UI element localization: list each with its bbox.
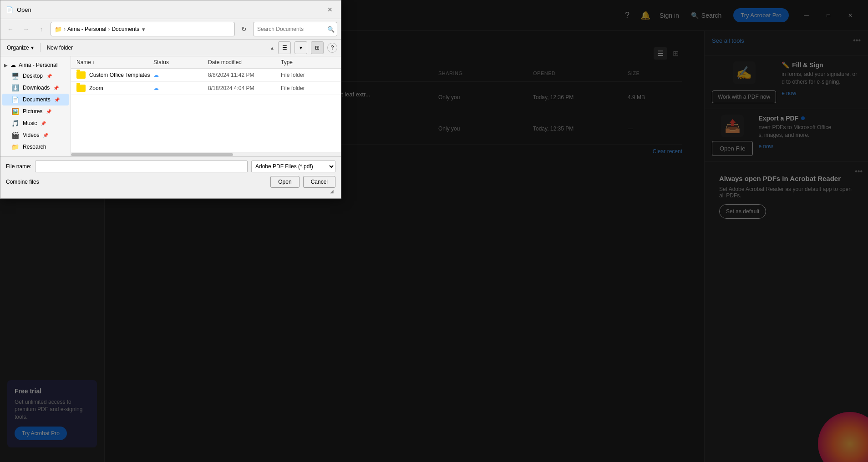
item1-type: File folder [281, 72, 335, 78]
horizontal-scrollbar[interactable] [71, 152, 341, 156]
dialog-title-icon: 📄 [6, 6, 13, 13]
forward-button[interactable]: → [20, 23, 32, 35]
list-view-toggle[interactable]: ☰ [278, 41, 291, 54]
dialog-title: 📄 Open [6, 6, 31, 13]
filetype-select[interactable]: Adobe PDF Files (*.pdf) All Files (*.*) [251, 161, 335, 172]
research-icon: 📁 [11, 143, 19, 151]
date-col-header[interactable]: Date modified [208, 59, 281, 65]
combine-files-label[interactable]: Combine files [6, 179, 267, 185]
type-col-header[interactable]: Type [281, 59, 335, 65]
toolbar-separator [40, 43, 41, 52]
sidebar-item-desktop[interactable]: 🖥️ Desktop 📌 [2, 70, 69, 82]
dialog-toolbar: Organize ▾ New folder ▲ ☰ ▾ ⊞ ? [0, 40, 341, 56]
name-col-header[interactable]: Name [76, 59, 153, 65]
pin-icon-downloads: 📌 [53, 85, 59, 90]
pin-icon-desktop: 📌 [46, 74, 52, 79]
filename-input[interactable] [35, 161, 248, 172]
sidebar-item-documents[interactable]: 📄 Documents 📌 [2, 94, 69, 105]
search-icon: 🔍 [327, 26, 335, 33]
documents-icon: 📄 [11, 96, 19, 103]
folder-icon-2 [76, 85, 86, 92]
pin-icon-videos: 📌 [43, 133, 48, 138]
folder-icon-1 [76, 71, 86, 79]
sidebar-item-music[interactable]: 🎵 Music 📌 [2, 117, 69, 129]
up-button[interactable]: ↑ [35, 23, 48, 35]
breadcrumb-bar: 📁 › Aima - Personal › Documents ▾ [51, 22, 235, 36]
cloud-icon-1: ☁ [153, 72, 159, 78]
item2-name: Zoom [76, 85, 153, 92]
sidebar-item-pictures[interactable]: 🖼️ Pictures 📌 [2, 105, 69, 117]
pin-icon-documents: 📌 [54, 97, 60, 102]
breadcrumb-dropdown-button[interactable]: ▾ [141, 25, 146, 34]
downloads-icon: ⬇️ [11, 84, 19, 91]
file-list-scroll: Custom Office Templates ☁ 8/8/2024 11:42… [71, 69, 341, 152]
file-list: Name Status Date modified Type Custom Of… [71, 56, 341, 156]
sidebar-item-videos[interactable]: 🎬 Videos 📌 [2, 129, 69, 141]
organize-button[interactable]: Organize ▾ [4, 43, 36, 52]
pane-chevron-icon: ▶ [4, 63, 8, 68]
pin-icon-music: 📌 [41, 121, 46, 126]
dialog-bottom: File name: Adobe PDF Files (*.pdf) All F… [0, 156, 341, 198]
pictures-icon: 🖼️ [11, 108, 19, 115]
search-input[interactable] [257, 26, 325, 32]
breadcrumb-aima: Aima - Personal [67, 26, 106, 32]
item2-date: 8/18/2024 4:04 PM [208, 85, 281, 91]
cloud-icon-2: ☁ [153, 85, 159, 91]
music-icon: 🎵 [11, 120, 19, 127]
refresh-button[interactable]: ↻ [238, 23, 250, 35]
sort-indicator: ▲ [270, 45, 274, 50]
dialog-body: ▶ ☁ Aima - Personal 🖥️ Desktop 📌 ⬇️ Down… [0, 56, 341, 156]
dialog-actions: Combine files Open Cancel [6, 176, 335, 188]
pin-icon-pictures: 📌 [46, 109, 51, 114]
filename-label: File name: [6, 163, 31, 170]
item1-name: Custom Office Templates [76, 71, 153, 79]
list-item[interactable]: Custom Office Templates ☁ 8/8/2024 11:42… [71, 69, 341, 82]
grid-view-toggle[interactable]: ⊞ [311, 41, 324, 54]
pane-cloud-section[interactable]: ▶ ☁ Aima - Personal [0, 60, 71, 70]
search-box: 🔍 [253, 22, 337, 36]
desktop-icon: 🖥️ [11, 72, 19, 80]
dialog-titlebar: 📄 Open ✕ [0, 0, 341, 19]
dialog-overlay: 📄 Open ✕ ← → ↑ 📁 › Aima - Personal › Doc… [0, 0, 868, 462]
back-button[interactable]: ← [4, 23, 17, 35]
breadcrumb-folder-icon: 📁 [55, 26, 62, 33]
left-pane: ▶ ☁ Aima - Personal 🖥️ Desktop 📌 ⬇️ Down… [0, 56, 71, 156]
open-button[interactable]: Open [270, 176, 299, 188]
pane-cloud-icon: ☁ [10, 62, 16, 68]
sidebar-item-downloads[interactable]: ⬇️ Downloads 📌 [2, 82, 69, 94]
item2-type: File folder [281, 85, 335, 91]
cancel-button[interactable]: Cancel [303, 176, 335, 188]
item1-status: ☁ [153, 72, 208, 78]
item2-status: ☁ [153, 85, 208, 91]
resize-handle[interactable]: ◢ [6, 188, 335, 195]
details-dropdown-button[interactable]: ▾ [294, 41, 307, 54]
scrollbar-thumb[interactable] [71, 153, 233, 156]
item1-date: 8/8/2024 11:42 PM [208, 72, 281, 78]
dialog-close-button[interactable]: ✕ [325, 4, 335, 15]
file-list-header: Name Status Date modified Type [71, 56, 341, 69]
organize-dropdown-icon: ▾ [31, 45, 34, 51]
pane-section-label: Aima - Personal [19, 62, 57, 68]
breadcrumb-documents: Documents [112, 26, 139, 32]
filename-row: File name: Adobe PDF Files (*.pdf) All F… [6, 161, 335, 172]
help-button-dialog[interactable]: ? [327, 43, 337, 53]
open-file-dialog: 📄 Open ✕ ← → ↑ 📁 › Aima - Personal › Doc… [0, 0, 341, 199]
dialog-navbar: ← → ↑ 📁 › Aima - Personal › Documents ▾ … [0, 19, 341, 40]
sidebar-item-research[interactable]: 📁 Research [2, 141, 69, 153]
videos-icon: 🎬 [11, 131, 19, 139]
status-col-header[interactable]: Status [153, 59, 208, 65]
new-folder-button[interactable]: New folder [44, 43, 76, 52]
list-item[interactable]: Zoom ☁ 8/18/2024 4:04 PM File folder [71, 82, 341, 95]
